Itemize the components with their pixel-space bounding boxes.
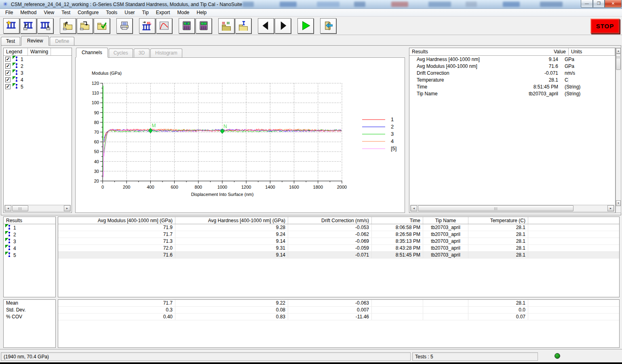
menu-tip[interactable]: Tip [139,9,152,16]
result-row[interactable]: Avg Hardness [400-1000 nm]9.14GPa [409,56,615,63]
menu-method[interactable]: Method [17,9,40,16]
legend-item-1[interactable]: ✓1 [4,56,72,63]
scroll-track[interactable] [616,70,621,200]
results-list-header[interactable]: Results [4,217,55,224]
tip-library-button[interactable] [235,18,251,34]
results-horizontal-scrollbar[interactable]: ◂▸ [410,205,614,212]
legend-horizontal-scrollbar[interactable]: ◂▸ [4,205,71,212]
result-value: 28.1 [409,77,561,83]
svg-text:120: 120 [92,81,99,86]
menu-export[interactable]: Export [152,9,174,16]
open-test-button[interactable] [20,18,36,34]
legend-column-header[interactable]: Legend [4,48,28,55]
results-list-row[interactable]: 2 [4,231,55,238]
results-list-row[interactable]: 5 [4,252,55,259]
menu-view[interactable]: View [40,9,58,16]
exit-button[interactable] [320,18,336,34]
menu-user[interactable]: User [121,9,138,16]
column-header[interactable]: Avg Hardness [400-1000 nm] (GPa) [175,217,288,224]
result-value: 8:51:45 PM [409,84,561,90]
tab-test[interactable]: Test [1,37,20,46]
result-row[interactable]: Drift Correction-0.071nm/s [409,69,615,76]
scroll-up-arrow[interactable]: ▴ [616,48,621,54]
plot-button[interactable] [156,18,172,34]
menu-test[interactable]: Test [58,9,74,16]
menu-mode[interactable]: Mode [174,9,193,16]
table-row[interactable]: 71.69.14-0.0718:51:45 PMtb20703_april28.… [58,252,619,259]
chart-tab-channels[interactable]: Channels [76,48,108,57]
legend-item-4[interactable]: ✓4 [4,76,72,83]
recall-data-button[interactable] [60,18,76,34]
test-checkbox[interactable]: ✓ [5,57,11,62]
scroll-thumb[interactable] [418,205,574,211]
test-checkbox[interactable]: ✓ [5,70,11,76]
save-test-button[interactable] [37,18,53,34]
close-button[interactable]: ✕ [605,0,622,8]
table-row[interactable]: 71.39.14-0.0698:35:13 PMtb20703_april28.… [58,238,619,245]
results-vertical-scrollbar[interactable]: ▴▾ [616,48,621,213]
warning-column-header[interactable]: Warning [28,48,51,55]
result-units: C [561,77,568,83]
export-excel-button[interactable]: XL [139,18,155,34]
column-header[interactable]: Avg Modulus [400-1000 nm] (GPa) [58,217,175,224]
result-row[interactable]: Avg Modulus [400-1000 nm]71.6GPa [409,63,615,69]
scroll-right-arrow[interactable]: ▸ [64,205,70,211]
result-row[interactable]: Temperature28.1C [409,76,615,83]
table-cell: 9.14 [175,238,288,244]
scroll-right-arrow[interactable]: ▸ [607,205,614,211]
results-header-cell[interactable]: ResultsValue [409,48,569,55]
print-button[interactable] [116,18,133,34]
table-row[interactable]: 72.09.31-0.0598:43:28 PMtb20703_april28.… [58,245,619,252]
results-list-row[interactable]: 1 [4,224,55,231]
menu-configure[interactable]: Configure [74,9,102,16]
table-row[interactable]: 71.99.28-0.0538:06:58 PMtb20703_april28.… [58,224,619,231]
tab-review[interactable]: Review [21,36,49,46]
table-row[interactable]: 71.79.24-0.0628:26:58 PMtb20703_april28.… [58,231,619,238]
menu-file[interactable]: File [2,9,17,16]
run-test-button[interactable] [297,18,314,34]
table-cell: 9.31 [175,245,288,251]
stats-label-list: MeanStd. Dev.% COV [3,299,56,348]
stats-row: 0.30.080.0070.0 [58,307,619,314]
scroll-thumb[interactable] [12,205,28,211]
toolbar-group [320,18,337,34]
menu-help[interactable]: Help [193,9,211,16]
results-data-table: Avg Modulus [400-1000 nm] (GPa)Avg Hardn… [58,217,620,297]
approve-data-button[interactable] [94,18,110,34]
calculator-modulus-button[interactable]: III [179,18,195,34]
scroll-left-arrow[interactable]: ◂ [5,205,11,211]
previous-test-button[interactable] [258,18,274,34]
results-list-row[interactable]: 3 [4,238,55,245]
chart-area[interactable]: 2030405060708090100110120020040060080010… [75,57,405,213]
batch-review-button[interactable]: IIIIII [218,18,234,34]
stop-button[interactable]: STOP [590,19,620,34]
tip-icon [5,252,11,259]
maximize-button[interactable]: ❐ [593,0,605,8]
next-test-button[interactable] [275,18,291,34]
result-row[interactable]: Time8:51:45 PM(String) [409,83,615,90]
menu-tools[interactable]: Tools [102,9,121,16]
result-row[interactable]: Tip Nametb20703_april(String) [409,90,615,97]
statusbar-separator [0,349,622,350]
legend-item-3[interactable]: ✓3 [4,69,72,76]
calculator-hardness-button[interactable]: I [196,18,212,34]
column-header[interactable]: Temperature (C) [468,217,528,224]
test-checkbox[interactable]: ✓ [5,77,11,82]
modulus-chart[interactable]: 2030405060708090100110120020040060080010… [76,58,405,213]
column-header[interactable]: Drift Correction (nm/s) [288,217,372,224]
save-data-button[interactable] [77,18,93,34]
scroll-left-arrow[interactable]: ◂ [411,205,417,211]
new-test-button[interactable] [3,18,19,34]
scroll-down-arrow[interactable]: ▾ [616,200,621,206]
column-header[interactable]: Tip Name [423,217,468,224]
minimize-button[interactable]: — [581,0,593,8]
legend-item-5[interactable]: ✓5 [4,83,72,90]
scroll-thumb[interactable] [616,54,621,70]
units-header-cell[interactable]: Units [569,48,615,55]
column-header[interactable]: Time [372,217,423,224]
test-checkbox[interactable]: ✓ [5,63,11,69]
legend-item-2[interactable]: ✓2 [4,63,72,69]
table-cell: 8:06:58 PM [372,224,423,231]
results-list-row[interactable]: 4 [4,245,55,252]
test-checkbox[interactable]: ✓ [5,84,11,89]
